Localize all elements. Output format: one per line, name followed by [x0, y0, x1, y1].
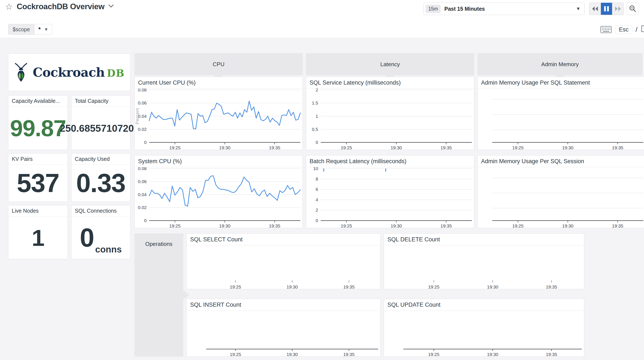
svg-text:19:30: 19:30 — [390, 145, 402, 150]
svg-text:0: 0 — [316, 140, 318, 145]
svg-text:19:35: 19:35 — [546, 284, 557, 289]
svg-text:19:30: 19:30 — [562, 223, 574, 228]
stat-value-wrap: 0.33 — [72, 165, 130, 202]
stat-value-wrap: 0 conns — [72, 217, 130, 259]
stat-label: Total Capacity — [72, 95, 130, 107]
stat-card-sql-connections: SQL Connections 0 conns — [71, 205, 130, 259]
svg-text:19:25: 19:25 — [428, 352, 440, 356]
svg-text:6: 6 — [316, 187, 318, 192]
svg-text:19:30: 19:30 — [287, 352, 298, 356]
chart-panel-sql-service-latency[interactable]: SQL Service Latency (milliseconds) 00.51… — [306, 77, 474, 150]
group-title: Latency — [380, 61, 400, 68]
cockroachdb-bug-icon — [14, 62, 28, 82]
time-range-selector[interactable]: 15m Past 15 Minutes ▼ — [424, 2, 584, 15]
svg-text:19:35: 19:35 — [612, 145, 624, 150]
chart-panel-sql-update-count[interactable]: SQL UPDATE Count 19:2519:3019:35 — [384, 299, 584, 357]
svg-text:19:30: 19:30 — [219, 223, 230, 228]
svg-text:0.06: 0.06 — [138, 179, 147, 184]
chart-title: Current User CPU (%) — [135, 77, 302, 89]
stat-card-live-nodes: Live Nodes 1 — [8, 205, 68, 259]
svg-text:19:35: 19:35 — [343, 352, 354, 356]
chart-plot[interactable]: 19:2519:3019:35 — [478, 89, 644, 150]
fast-forward-icon — [614, 5, 622, 12]
chart-plot[interactable]: 19:2519:3019:35 — [478, 167, 644, 228]
group-header-admin-memory[interactable]: Admin Memory — [478, 53, 642, 75]
chart-panel-batch-request-latency[interactable]: Batch Request Latency (milliseconds) 024… — [306, 155, 474, 228]
svg-text:0.06: 0.06 — [138, 100, 147, 105]
svg-text:0: 0 — [144, 218, 147, 223]
scope-caret-icon: ▼ — [44, 27, 48, 32]
stat-label: SQL Connections — [72, 205, 130, 217]
svg-text:0.08: 0.08 — [138, 167, 147, 171]
chart-panel-system-cpu[interactable]: System CPU (%) 00.020.040.060.0819:2519:… — [134, 155, 303, 228]
svg-text:19:25: 19:25 — [230, 352, 241, 356]
svg-text:0.04: 0.04 — [138, 192, 147, 197]
chart-plot[interactable]: 19:2519:3019:35 — [384, 245, 584, 289]
scope-variable-value: * ▼ — [34, 24, 52, 34]
chart-plot[interactable]: 024681019:2519:3019:35 — [306, 167, 474, 228]
svg-text:19:25: 19:25 — [169, 223, 181, 228]
chart-title: SQL INSERT Count — [187, 299, 380, 311]
logo-db: DB — [107, 67, 124, 79]
svg-text:19:25: 19:25 — [341, 145, 352, 150]
chart-plot[interactable]: 19:2519:3019:35 — [384, 311, 584, 356]
chart-plot[interactable]: 00.020.040.060.0819:2519:3019:35 — [135, 167, 302, 228]
stat-label: KV Pairs — [8, 154, 68, 165]
scope-variable-selector[interactable]: $scope * ▼ — [8, 24, 52, 35]
chart-plot[interactable]: 19:2519:3019:35 — [187, 245, 380, 289]
svg-text:2: 2 — [316, 208, 318, 212]
rewind-icon — [592, 5, 599, 12]
zoom-out-button[interactable] — [626, 2, 639, 15]
svg-text:10: 10 — [313, 167, 318, 171]
top-bar: ☆ CockroachDB Overview 15m Past 15 Minut… — [0, 0, 644, 38]
group-title: CPU — [213, 61, 224, 68]
stat-value-wrap: 250.6855710720 GB — [72, 107, 130, 150]
chart-panel-admin-memory-session[interactable]: Admin Memory Usage Per SQL Session 19:25… — [478, 155, 644, 228]
group-title: Operations — [145, 241, 172, 247]
stat-value: 0 — [80, 223, 94, 253]
svg-text:19:35: 19:35 — [343, 284, 354, 289]
svg-text:19:25: 19:25 — [428, 284, 440, 289]
fast-forward-button[interactable] — [612, 3, 624, 15]
pause-button[interactable] — [601, 3, 612, 15]
chart-panel-current-user-cpu[interactable]: Current User CPU (%) 00.020.040.060.0819… — [134, 77, 303, 150]
stat-value: 0.33 — [76, 168, 125, 198]
scope-value-text: * — [38, 26, 41, 33]
rewind-button[interactable] — [589, 3, 601, 15]
chart-title: System CPU (%) — [135, 155, 302, 167]
chart-title: Admin Memory Usage Per SQL Statement — [478, 77, 644, 89]
pause-icon — [604, 5, 609, 12]
favorite-star-icon[interactable]: ☆ — [5, 2, 13, 11]
svg-text:1.5: 1.5 — [312, 100, 318, 105]
svg-text:19:35: 19:35 — [440, 145, 452, 150]
svg-text:19:30: 19:30 — [487, 284, 498, 289]
chart-panel-admin-memory-statement[interactable]: Admin Memory Usage Per SQL Statement 19:… — [478, 77, 644, 150]
chart-title: SQL DELETE Count — [384, 234, 584, 245]
title-chevron-down-icon[interactable] — [108, 4, 114, 9]
shortcut-row: Esc / — [600, 25, 644, 34]
svg-text:0.02: 0.02 — [138, 205, 147, 210]
chart-panel-sql-delete-count[interactable]: SQL DELETE Count 19:2519:3019:35 — [384, 233, 584, 289]
page-title: CockroachDB Overview — [17, 2, 104, 11]
chart-panel-sql-insert-count[interactable]: SQL INSERT Count 19:2519:3019:35 — [186, 299, 380, 357]
playback-controls — [589, 2, 624, 15]
group-header-operations[interactable]: Operations — [134, 233, 183, 357]
chart-plot[interactable]: 00.020.040.060.0819:2519:3019:35Percent — [135, 89, 302, 150]
tv-mode-icon[interactable] — [641, 25, 644, 34]
keyboard-icon[interactable] — [600, 25, 612, 34]
svg-text:19:25: 19:25 — [512, 145, 524, 150]
chart-plot[interactable]: 00.511.5219:2519:3019:35 — [306, 89, 474, 150]
svg-text:8: 8 — [316, 176, 318, 181]
group-header-latency[interactable]: Latency — [306, 53, 474, 75]
svg-text:Percent: Percent — [135, 108, 140, 124]
chart-panel-sql-select-count[interactable]: SQL SELECT Count 19:2519:3019:35 — [186, 233, 380, 289]
svg-text:0.02: 0.02 — [138, 127, 147, 132]
stat-value: 1 — [32, 224, 44, 251]
chart-title: SQL UPDATE Count — [384, 299, 584, 311]
stat-label: Capacity Available... — [8, 95, 68, 107]
svg-text:19:35: 19:35 — [269, 145, 280, 150]
group-header-cpu[interactable]: CPU — [134, 53, 303, 75]
stat-label: Capacity Used — [72, 154, 130, 165]
stat-card-capacity-available: Capacity Available... 99.87 — [8, 95, 68, 150]
chart-plot[interactable]: 19:2519:3019:35 — [187, 311, 380, 356]
